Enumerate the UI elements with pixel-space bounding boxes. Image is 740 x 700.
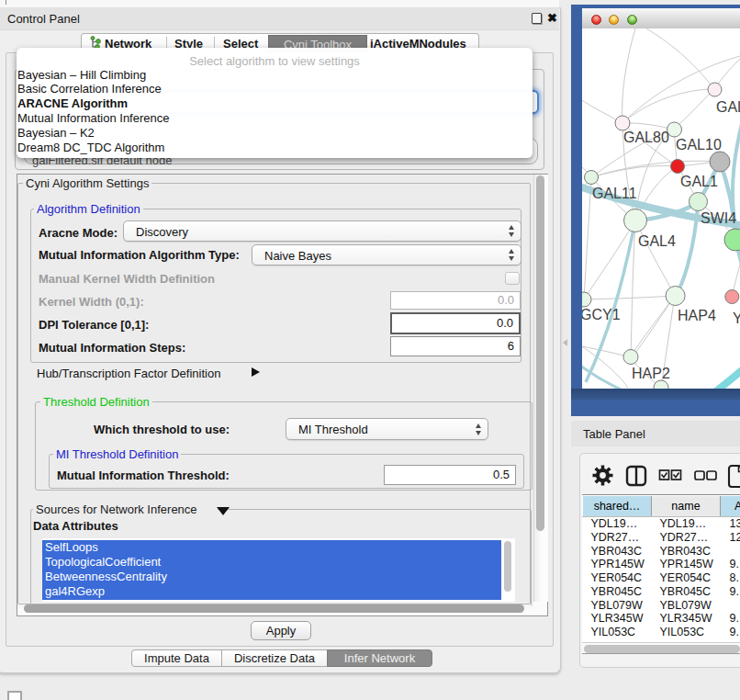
- svg-text:SWI4: SWI4: [701, 210, 736, 226]
- svg-text:GAL1: GAL1: [680, 174, 718, 189]
- svg-text:GAL7: GAL7: [716, 99, 740, 115]
- svg-text:GAL4: GAL4: [638, 233, 676, 249]
- svg-text:HAP4: HAP4: [678, 308, 716, 323]
- svg-text:GAL11: GAL11: [592, 186, 637, 201]
- svg-text:GAL80: GAL80: [623, 130, 669, 145]
- svg-text:GCY1: GCY1: [582, 307, 621, 322]
- svg-text:YP: YP: [733, 310, 740, 326]
- svg-text:HAP2: HAP2: [632, 366, 670, 381]
- svg-text:GAL10: GAL10: [676, 137, 722, 152]
